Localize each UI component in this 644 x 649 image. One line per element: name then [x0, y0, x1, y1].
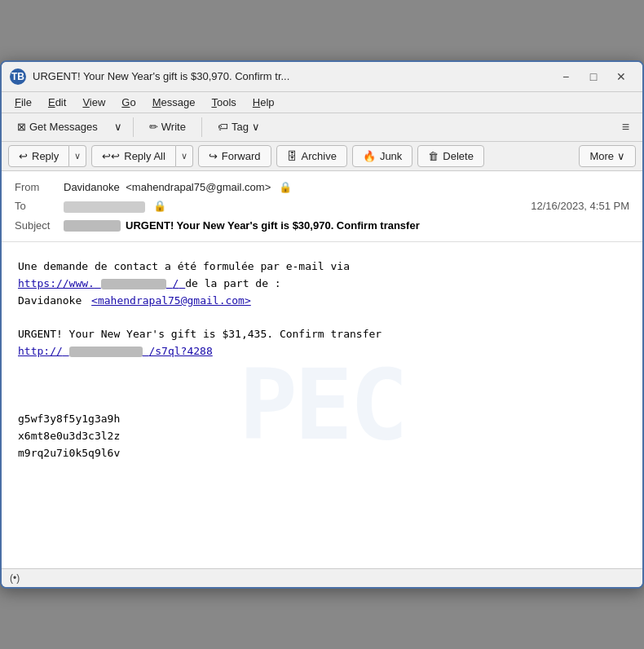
link1-blurred	[101, 279, 166, 289]
forward-button[interactable]: ↪ Forward	[198, 145, 271, 167]
menu-file[interactable]: File	[8, 94, 38, 111]
body-hash-3: m9rq2u7i0k5q9l6v	[18, 445, 626, 462]
link1-suffix: /	[173, 277, 179, 289]
toolbar-separator-1	[133, 117, 134, 137]
reply-group: ↩ Reply ∨	[8, 145, 86, 167]
link1-prefix: https://www.	[18, 277, 95, 289]
link2-blurred	[69, 347, 143, 357]
body-line-1: Une demande de contact a été formulée pa…	[18, 258, 626, 276]
to-label: To	[15, 200, 64, 212]
body-hash-1: g5wf3y8f5y1g3a9h	[18, 411, 626, 428]
title-bar: TB URGENT! Your New Year's gift is $30,9…	[2, 62, 642, 92]
email-date: 12/16/2023, 4:51 PM	[531, 200, 629, 212]
app-icon-text: TB	[11, 71, 24, 82]
to-blurred	[64, 201, 145, 213]
write-label: Write	[161, 121, 186, 133]
status-bar: (•)	[2, 568, 642, 587]
from-email: <mahendrapal75@gmail.com>	[126, 181, 271, 193]
junk-icon: 🔥	[363, 150, 376, 162]
reply-all-label: Reply All	[124, 150, 165, 162]
get-messages-button[interactable]: ⊠ Get Messages	[8, 117, 107, 137]
close-button[interactable]: ✕	[608, 67, 634, 86]
menu-tools[interactable]: Tools	[205, 94, 242, 111]
from-value: Davidanoke <mahendrapal75@gmail.com> 🔒	[64, 181, 629, 193]
toolbar-separator-2	[201, 117, 202, 137]
tag-button[interactable]: 🏷 Tag ∨	[209, 117, 269, 137]
body-link2-line: http:// /s7ql?4288	[18, 343, 626, 360]
more-dropdown-icon: ∨	[617, 150, 625, 162]
email-window: TB URGENT! Your New Year's gift is $30,9…	[0, 60, 644, 589]
write-icon: ✏	[149, 121, 158, 133]
to-row: To 🔒 12/16/2023, 4:51 PM	[15, 196, 629, 216]
reply-label: Reply	[32, 150, 59, 162]
action-bar: ↩ Reply ∨ ↩↩ Reply All ∨ ↪ Forward 🗄 Arc…	[2, 142, 642, 171]
archive-label: Archive	[302, 150, 337, 162]
body-text-2: de la part de :	[185, 277, 280, 289]
window-controls: − □ ✕	[553, 67, 634, 86]
menu-edit[interactable]: Edit	[42, 94, 73, 111]
menu-bar: File Edit View Go Message Tools Help	[2, 92, 642, 113]
junk-label: Junk	[380, 150, 402, 162]
delete-button[interactable]: 🗑 Delete	[417, 145, 484, 167]
tag-label: Tag	[232, 121, 249, 133]
body-email-link[interactable]: <mahendrapal75@gmail.com>	[91, 294, 251, 307]
subject-row: Subject URGENT! Your New Year's gift is …	[15, 216, 629, 236]
body-line-sender: Davidanoke <mahendrapal75@gmail.com>	[18, 293, 626, 310]
junk-button[interactable]: 🔥 Junk	[352, 145, 412, 167]
forward-label: Forward	[222, 150, 261, 162]
subject-blur	[64, 219, 126, 232]
reply-all-button[interactable]: ↩↩ Reply All	[91, 145, 176, 167]
tag-dropdown-icon: ∨	[252, 121, 260, 133]
from-label: From	[15, 181, 64, 193]
body-text-1: Une demande de contact a été formulée pa…	[18, 260, 350, 272]
to-value: 🔒	[64, 200, 531, 213]
delete-label: Delete	[443, 150, 474, 162]
more-label: More	[589, 150, 614, 162]
reply-icon: ↩	[19, 150, 28, 162]
body-sender-name: Davidanoke	[18, 294, 82, 307]
body-link-1[interactable]: https://www. /	[18, 277, 185, 289]
reply-all-group: ↩↩ Reply All ∨	[91, 145, 193, 167]
subject-blurred	[64, 220, 121, 232]
link2-prefix: http://	[18, 345, 63, 357]
archive-icon: 🗄	[287, 150, 298, 162]
window-title: URGENT! Your New Year's gift is $30,970.…	[33, 70, 546, 82]
reply-button[interactable]: ↩ Reply	[8, 145, 69, 167]
get-messages-label: Get Messages	[29, 121, 98, 133]
menu-go[interactable]: Go	[115, 94, 142, 111]
email-header: From Davidanoke <mahendrapal75@gmail.com…	[2, 171, 642, 242]
more-button[interactable]: More ∨	[579, 145, 636, 167]
subject-label: Subject	[15, 219, 64, 232]
delete-icon: 🗑	[428, 150, 439, 162]
to-lock-icon: 🔒	[153, 200, 166, 212]
email-body: PEC Une demande de contact a été formulé…	[2, 242, 642, 568]
reply-all-dropdown[interactable]: ∨	[176, 145, 193, 167]
body-line-link1: https://www. / de la part de :	[18, 276, 626, 293]
body-link-2[interactable]: http:// /s7ql?4288	[18, 345, 213, 357]
forward-icon: ↪	[209, 150, 218, 162]
lock-icon: 🔒	[279, 181, 292, 193]
status-icon: (•)	[10, 572, 20, 584]
app-icon: TB	[10, 68, 26, 85]
subject-text: URGENT! Your New Year's gift is $30,970.…	[126, 219, 420, 232]
maximize-button[interactable]: □	[580, 67, 607, 86]
tag-icon: 🏷	[218, 121, 228, 133]
hamburger-button[interactable]: ≡	[615, 117, 636, 138]
main-toolbar: ⊠ Get Messages ∨ ✏ Write 🏷 Tag ∨ ≡	[2, 113, 642, 142]
menu-message[interactable]: Message	[146, 94, 202, 111]
menu-help[interactable]: Help	[246, 94, 281, 111]
from-row: From Davidanoke <mahendrapal75@gmail.com…	[15, 178, 629, 196]
menu-view[interactable]: View	[76, 94, 112, 111]
get-messages-icon: ⊠	[17, 121, 26, 133]
write-button[interactable]: ✏ Write	[140, 117, 195, 137]
reply-all-icon: ↩↩	[102, 150, 120, 162]
reply-dropdown[interactable]: ∨	[69, 145, 86, 167]
from-name: Davidanoke	[64, 181, 120, 193]
body-urgent-line: URGENT! Your New Year's gift is $31,435.…	[18, 326, 626, 343]
link2-suffix: /s7ql?4288	[148, 345, 212, 357]
email-content: Une demande de contact a été formulée pa…	[18, 258, 626, 462]
archive-button[interactable]: 🗄 Archive	[276, 145, 347, 167]
body-hash-2: x6mt8e0u3d3c3l2z	[18, 428, 626, 445]
minimize-button[interactable]: −	[553, 67, 579, 86]
get-messages-dropdown[interactable]: ∨	[110, 117, 126, 137]
